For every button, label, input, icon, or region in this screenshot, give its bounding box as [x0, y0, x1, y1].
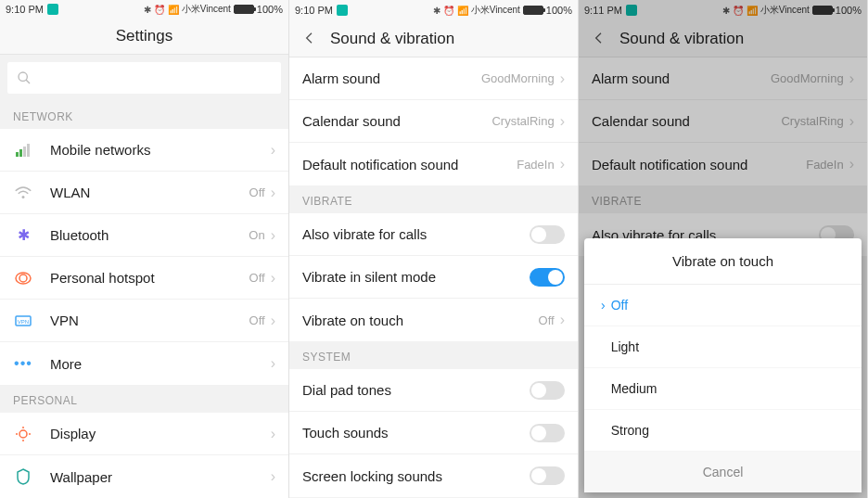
toggle-locking[interactable] — [530, 466, 565, 485]
row-value: Off — [539, 313, 555, 327]
vpn-icon: VPN — [13, 314, 33, 327]
bluetooth-status-icon: ✱ — [144, 5, 151, 15]
row-label: Dial pad tones — [302, 382, 530, 398]
vibrate-list: Also vibrate for calls Vibrate in silent… — [289, 213, 578, 341]
option-strong[interactable]: › Strong — [584, 410, 862, 452]
chevron-right-icon: › — [271, 227, 275, 244]
chevron-right-icon: › — [271, 468, 275, 485]
battery-percent: 100% — [546, 5, 572, 16]
row-touch-sounds[interactable]: Touch sounds — [289, 412, 578, 454]
row-dialpad-tones[interactable]: Dial pad tones — [289, 369, 578, 412]
row-locking-sounds[interactable]: Screen locking sounds — [289, 454, 578, 497]
screen-sound-vibration-dialog: 9:11 PM ✱ ⏰ 📶 小米Vincent 100% Sound & vib… — [579, 0, 868, 498]
row-alarm-sound[interactable]: Alarm sound GoodMorning › — [289, 57, 578, 100]
toggle-touch-sounds[interactable] — [530, 424, 565, 442]
row-value: Off — [249, 185, 265, 199]
chevron-right-icon: › — [271, 270, 275, 287]
personal-list: Display › Wallpaper › — [0, 413, 288, 498]
page-title: Settings — [13, 27, 275, 45]
row-vibrate-calls[interactable]: Also vibrate for calls — [289, 213, 578, 256]
section-header-vibrate: VIBRATE — [289, 185, 578, 213]
signal-icon: 📶 — [457, 6, 468, 16]
svg-point-0 — [19, 72, 27, 81]
row-vibrate-silent[interactable]: Vibrate in silent mode — [289, 256, 578, 299]
battery-percent: 100% — [257, 4, 283, 15]
chevron-right-icon: › — [560, 312, 565, 328]
wallpaper-icon — [13, 468, 33, 485]
row-label: More — [50, 356, 271, 372]
svg-text:VPN: VPN — [18, 319, 29, 325]
row-label: Bluetooth — [50, 227, 249, 243]
chevron-right-icon: › — [271, 142, 275, 159]
battery-icon — [523, 6, 543, 15]
row-calendar-sound[interactable]: Calendar sound CrystalRing › — [289, 100, 578, 143]
carrier-label: 小米Vincent — [182, 3, 231, 16]
search-icon — [17, 70, 32, 85]
cancel-button[interactable]: Cancel — [584, 452, 862, 492]
header: Sound & vibration — [289, 20, 578, 57]
page-title: Sound & vibration — [330, 30, 454, 48]
option-off[interactable]: › Off — [584, 285, 862, 326]
row-vpn[interactable]: VPN VPN Off › — [0, 300, 288, 342]
row-wallpaper[interactable]: Wallpaper › — [0, 455, 288, 498]
row-label: Vibrate on touch — [302, 313, 539, 328]
status-time: 9:10 PM — [6, 4, 44, 15]
section-header-network: NETWORK — [0, 101, 288, 129]
row-value: Off — [249, 313, 265, 327]
sounds-list: Alarm sound GoodMorning › Calendar sound… — [289, 57, 578, 185]
row-wlan[interactable]: WLAN Off › — [0, 172, 288, 214]
wifi-icon — [13, 186, 33, 199]
row-value: On — [249, 228, 264, 242]
signal-icon — [13, 143, 33, 158]
chevron-right-icon: › — [271, 355, 275, 372]
search-input[interactable] — [7, 62, 281, 94]
row-label: Calendar sound — [302, 113, 491, 129]
bluetooth-status-icon: ✱ — [433, 6, 440, 16]
row-notification-sound[interactable]: Default notification sound FadeIn › — [289, 143, 578, 185]
option-light[interactable]: › Light — [584, 326, 862, 368]
toggle-dialpad[interactable] — [530, 381, 565, 400]
status-bar: 9:10 PM ✱ ⏰ 📶 小米Vincent 100% — [0, 0, 288, 19]
hotspot-icon — [13, 272, 33, 285]
svg-rect-2 — [16, 152, 19, 157]
row-hotspot[interactable]: Personal hotspot Off › — [0, 257, 288, 300]
section-header-system: SYSTEM — [289, 341, 578, 369]
row-label: Wallpaper — [50, 469, 271, 485]
status-bar: 9:10 PM ✱ ⏰ 📶 小米Vincent 100% — [289, 0, 578, 20]
row-label: VPN — [50, 313, 249, 328]
row-label: Default notification sound — [302, 157, 517, 172]
bluetooth-icon: ✱ — [13, 226, 33, 244]
svg-point-6 — [22, 196, 25, 198]
svg-point-7 — [19, 275, 27, 282]
toggle-vibrate-calls[interactable] — [530, 225, 565, 244]
row-value: GoodMorning — [481, 71, 555, 85]
row-vibrate-touch[interactable]: Vibrate on touch Off › — [289, 299, 578, 341]
row-label: Vibrate in silent mode — [302, 269, 530, 285]
carrier-label: 小米Vincent — [471, 4, 520, 17]
option-medium[interactable]: › Medium — [584, 368, 862, 410]
row-label: Alarm sound — [302, 70, 481, 86]
network-list: Mobile networks › WLAN Off › ✱ Bluetooth… — [0, 129, 288, 385]
row-label: Personal hotspot — [50, 270, 249, 286]
svg-line-1 — [26, 80, 30, 83]
svg-rect-5 — [27, 144, 30, 157]
option-label: Light — [611, 339, 639, 354]
screen-sound-vibration: 9:10 PM ✱ ⏰ 📶 小米Vincent 100% Sound & vib… — [289, 0, 579, 498]
row-label: Mobile networks — [50, 142, 271, 158]
svg-rect-3 — [19, 149, 22, 157]
toggle-vibrate-silent[interactable] — [530, 268, 565, 287]
more-icon: ••• — [13, 355, 33, 372]
back-button[interactable] — [302, 31, 319, 47]
svg-point-11 — [19, 430, 27, 438]
row-display[interactable]: Display › — [0, 413, 288, 455]
row-mobile-networks[interactable]: Mobile networks › — [0, 129, 288, 172]
chevron-right-icon: › — [271, 426, 275, 442]
app-indicator-icon — [47, 4, 58, 15]
chevron-right-icon: › — [271, 185, 275, 201]
row-more[interactable]: ••• More › — [0, 342, 288, 385]
section-header-personal: PERSONAL — [0, 385, 288, 413]
screen-settings: 9:10 PM ✱ ⏰ 📶 小米Vincent 100% Settings NE… — [0, 0, 289, 498]
row-label: Screen locking sounds — [302, 468, 530, 484]
row-bluetooth[interactable]: ✱ Bluetooth On › — [0, 214, 288, 257]
check-icon: › — [601, 298, 606, 313]
